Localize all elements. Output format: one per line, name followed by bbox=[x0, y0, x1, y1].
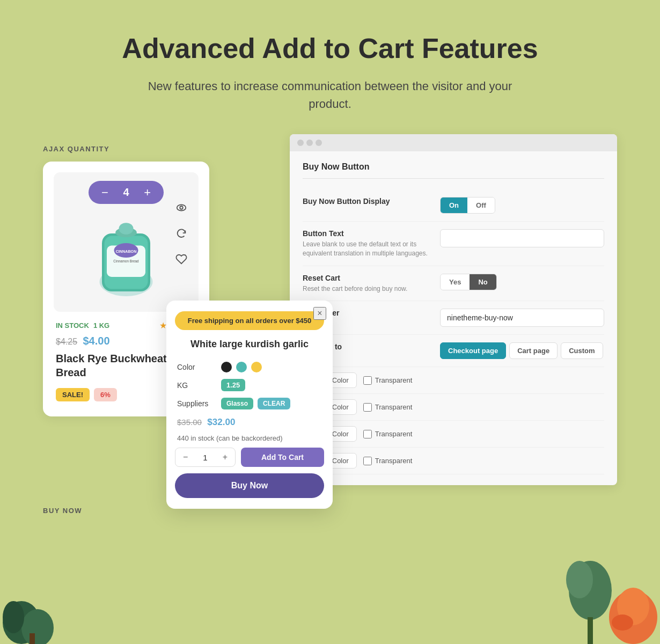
toolbar-dot-1 bbox=[297, 140, 304, 146]
weight-label: 1 KG bbox=[93, 321, 109, 330]
settings-label-col-display: Buy Now Button Display bbox=[303, 197, 431, 208]
color-dot-yellow[interactable] bbox=[251, 362, 262, 372]
redirect-custom-button[interactable]: Custom bbox=[561, 342, 603, 359]
settings-row-reset: Reset Cart Reset the cart before doing b… bbox=[303, 266, 604, 302]
svg-point-1 bbox=[180, 206, 183, 209]
popup-suppliers-label: Suppliers bbox=[177, 399, 215, 408]
settings-panel: Buy Now Button Buy Now Button Display On… bbox=[290, 134, 617, 485]
product-popup: × Free shipping on all orders over $450 … bbox=[166, 301, 333, 509]
svg-point-20 bbox=[612, 614, 633, 631]
svg-rect-17 bbox=[588, 617, 593, 644]
right-section: Buy Now Button Buy Now Button Display On… bbox=[290, 134, 617, 485]
transparent-checkbox-1[interactable] bbox=[363, 376, 372, 385]
supplier-badges: Glasso CLEAR bbox=[221, 398, 290, 409]
popup-banner: Free shipping on all orders over $450 bbox=[175, 311, 324, 330]
transparent-label-2: Transparent bbox=[375, 403, 413, 411]
popup-close-button[interactable]: × bbox=[313, 307, 326, 320]
new-price: $4.00 bbox=[83, 335, 110, 347]
popup-old-price: $35.00 bbox=[177, 418, 202, 427]
transparent-check-1: Transparent bbox=[363, 376, 413, 385]
button-text-input[interactable] bbox=[440, 229, 604, 247]
popup-qty-row: − 1 + Add To Cart bbox=[166, 448, 333, 467]
kg-value: 1.25 bbox=[221, 379, 245, 391]
popup-suppliers-row: Suppliers Glasso CLEAR bbox=[166, 394, 333, 413]
product-image: CINNABON Cinnamon Bread bbox=[86, 204, 166, 301]
popup-qty-decrease[interactable]: − bbox=[175, 448, 195, 466]
in-stock-label: IN STOCK bbox=[56, 321, 89, 330]
popup-color-row: Color bbox=[166, 358, 333, 376]
old-price: $4.25 bbox=[56, 337, 77, 346]
qty-decrease-button[interactable]: − bbox=[101, 187, 108, 199]
transparent-checkbox-3[interactable] bbox=[363, 430, 372, 438]
popup-qty-increase[interactable]: + bbox=[215, 448, 235, 466]
toggle-no-button[interactable]: No bbox=[470, 274, 496, 290]
popup-qty-control: − 1 + bbox=[175, 448, 236, 467]
svg-text:Cinnamon Bread: Cinnamon Bread bbox=[113, 259, 139, 263]
sale-badge: SALE! bbox=[56, 388, 90, 401]
popup-stock-text: 440 in stock (can be backordered) bbox=[166, 432, 333, 448]
toggle-on-button[interactable]: On bbox=[441, 197, 467, 213]
color-dot-black[interactable] bbox=[221, 362, 232, 372]
transparent-checkbox-2[interactable] bbox=[363, 403, 372, 412]
settings-control-parameter bbox=[440, 309, 604, 327]
popup-kg-row: KG 1.25 bbox=[166, 376, 333, 394]
left-section: AJAX QUANTITY − 4 + bbox=[43, 145, 268, 485]
eye-icon[interactable] bbox=[173, 199, 190, 216]
transparent-check-3: Transparent bbox=[363, 430, 413, 438]
settings-label-col-text: Button Text Leave blank to use the defau… bbox=[303, 229, 431, 258]
parameter-input[interactable] bbox=[440, 309, 604, 327]
plant-right-orange-icon bbox=[606, 580, 660, 644]
ajax-quantity-label: AJAX QUANTITY bbox=[43, 145, 268, 153]
settings-control-display: On Off bbox=[440, 197, 604, 214]
toolbar-dots bbox=[297, 140, 322, 146]
settings-desc-text: Leave blank to use the default text or i… bbox=[303, 240, 431, 258]
redirect-group: Checkout page Cart page Custom bbox=[440, 342, 603, 359]
popup-kg-label: KG bbox=[177, 381, 215, 390]
redirect-checkout-button[interactable]: Checkout page bbox=[440, 342, 506, 359]
color-row-1: Select Color Transparent bbox=[303, 367, 604, 394]
supplier-badge-glasso[interactable]: Glasso bbox=[221, 398, 253, 409]
toggle-on-off: On Off bbox=[440, 197, 495, 214]
popup-price-row: $35.00 $32.00 bbox=[166, 413, 333, 432]
toggle-yes-button[interactable]: Yes bbox=[441, 274, 470, 290]
color-dots bbox=[221, 362, 262, 372]
qty-increase-button[interactable]: + bbox=[144, 187, 151, 199]
quantity-control[interactable]: − 4 + bbox=[89, 181, 164, 204]
transparent-label-1: Transparent bbox=[375, 376, 413, 384]
settings-control-redirect: Checkout page Cart page Custom bbox=[440, 342, 604, 359]
settings-desc-reset: Reset the cart before doing buy now. bbox=[303, 284, 431, 294]
header: Advanced Add to Cart Features New featur… bbox=[0, 0, 660, 134]
add-to-cart-button[interactable]: Add To Cart bbox=[241, 448, 324, 467]
popup-color-label: Color bbox=[177, 363, 215, 371]
redirect-cart-button[interactable]: Cart page bbox=[509, 342, 558, 359]
wishlist-icon[interactable] bbox=[173, 251, 190, 268]
toggle-off-button[interactable]: Off bbox=[467, 197, 495, 213]
panel-body: Buy Now Button Buy Now Button Display On… bbox=[290, 151, 617, 485]
transparent-label-4: Transparent bbox=[375, 457, 413, 465]
settings-row-button-text: Button Text Leave blank to use the defau… bbox=[303, 222, 604, 266]
settings-row-display: Buy Now Button Display On Off bbox=[303, 189, 604, 222]
svg-text:CINNABON: CINNABON bbox=[116, 249, 137, 254]
svg-rect-14 bbox=[30, 633, 35, 644]
panel-section-title: Buy Now Button bbox=[303, 162, 604, 179]
supplier-badge-clear[interactable]: CLEAR bbox=[258, 398, 290, 409]
refresh-icon[interactable] bbox=[173, 225, 190, 242]
buy-now-button[interactable]: Buy Now bbox=[175, 473, 324, 498]
settings-label-text: Button Text bbox=[303, 229, 431, 238]
settings-label-col-reset: Reset Cart Reset the cart before doing b… bbox=[303, 274, 431, 294]
color-row-4: Select Color Transparent bbox=[303, 448, 604, 474]
discount-badge: 6% bbox=[94, 388, 117, 401]
settings-row-parameter: Parameter bbox=[303, 301, 604, 335]
toolbar-dot-3 bbox=[316, 140, 322, 146]
settings-control-reset: Yes No bbox=[440, 274, 604, 290]
popup-qty-value: 1 bbox=[195, 449, 215, 466]
svg-point-0 bbox=[177, 205, 186, 211]
page-subtitle: New features to increase communication b… bbox=[142, 77, 518, 113]
color-row-3: Select Color Transparent bbox=[303, 421, 604, 448]
transparent-checkbox-4[interactable] bbox=[363, 457, 372, 465]
product-image-area: − 4 + bbox=[54, 172, 199, 312]
svg-point-13 bbox=[3, 601, 24, 633]
settings-label-reset: Reset Cart bbox=[303, 274, 431, 282]
qty-value-display: 4 bbox=[123, 186, 129, 199]
color-dot-teal[interactable] bbox=[236, 362, 247, 372]
